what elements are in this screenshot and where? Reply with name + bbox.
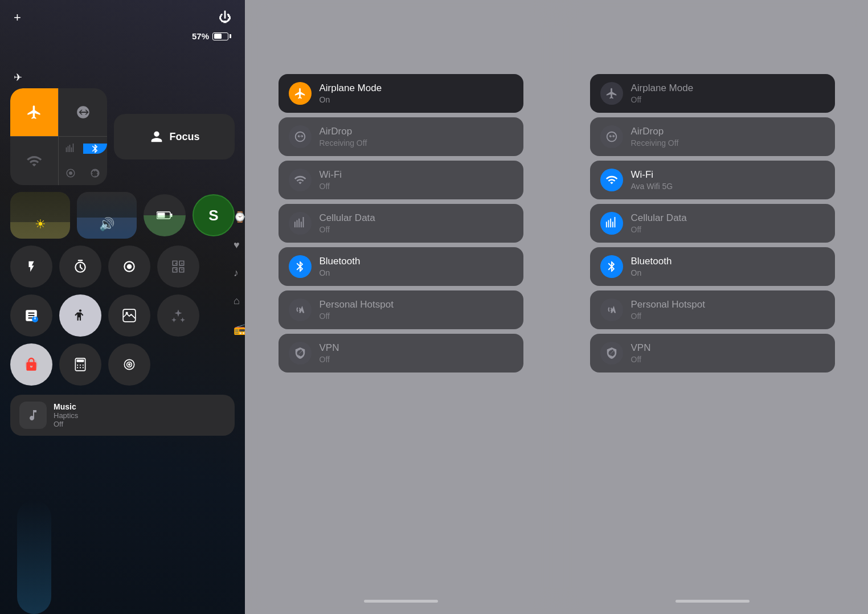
network-item-hotspot[interactable]: Personal Hotspot Off [590,290,835,329]
hotspot-icon-circle [289,298,312,321]
network-item-airplane[interactable]: Airplane Mode On [279,74,523,113]
hotspot-name: Personal Hotspot [631,299,825,310]
wifi-status: Ava Wifi 5G [631,182,825,191]
bluetooth-status: On [631,268,825,277]
home-side-icon[interactable]: ⌂ [234,295,245,307]
timer-icon [73,259,88,274]
control-center-grid: Focus ☀ 🔊 [10,88,235,443]
network-item-vpn[interactable]: VPN Off [590,334,835,373]
network-item-vpn[interactable]: VPN Off [279,334,523,373]
screen-lock-icon [24,357,39,372]
hotspot-status: Off [320,312,513,321]
svg-point-6 [127,264,132,269]
quick-note-button[interactable] [10,294,52,337]
accessibility-icon [73,308,88,323]
music-side-icon[interactable]: ♪ [234,267,245,279]
focus-button[interactable]: Focus [114,114,235,159]
radio-side-icon[interactable]: 📻 [234,323,245,335]
heart-icon[interactable]: ♥ [234,239,245,251]
add-icon[interactable]: + [14,10,21,25]
airplane-icon: ✈ [14,72,22,83]
cellular-icon-circle [600,212,623,235]
battery-fill [214,34,222,39]
sparkle-button[interactable] [157,294,199,337]
photo-widget-icon [122,308,137,323]
cellular-status: Off [320,225,513,234]
row-2: ☀ 🔊 S [10,192,235,239]
svg-point-11 [30,364,32,366]
hotspot-icon-circle [600,298,623,321]
airplane-mode-button[interactable] [10,88,59,137]
flashlight-button[interactable] [10,245,52,288]
vpn-name: VPN [320,342,513,354]
calculator-icon [73,357,88,372]
side-icons: ⌚ ♥ ♪ ⌂ 📻 [234,211,245,335]
antenna-button[interactable] [83,168,108,178]
network-item-cellular[interactable]: Cellular Data Off [590,204,835,243]
power-icon[interactable]: ⏻ [219,10,231,25]
airdrop-button[interactable] [59,88,107,137]
timer-button[interactable] [59,245,101,288]
network-item-airdrop[interactable]: AirDrop Receiving Off [590,117,835,156]
bluetooth-cell [59,137,107,185]
empty-slot [157,343,199,386]
connectivity-block [10,88,107,185]
network-item-wifi[interactable]: Wi-Fi Ava Wifi 5G [590,161,835,199]
bluetooth-text: Bluetooth On [631,256,825,277]
svg-point-19 [83,367,84,368]
network-item-bluetooth[interactable]: Bluetooth On [279,247,523,286]
volume-slider[interactable]: 🔊 [77,192,137,239]
screen-record-button[interactable] [108,245,150,288]
network-item-cellular[interactable]: Cellular Data Off [279,204,523,243]
network-item-hotspot[interactable]: Personal Hotspot Off [279,290,523,329]
bg-glow [17,500,51,614]
hotspot-text: Personal Hotspot Off [320,299,513,321]
battery-level-fill [144,215,186,236]
svg-point-9 [126,312,128,314]
network-item-airdrop[interactable]: AirDrop Receiving Off [279,117,523,156]
middle-connectivity-panel: Airplane Mode On AirDrop Receiving Off W… [245,0,556,614]
cellular-data-button[interactable] [59,144,83,154]
control-center-panel: + ⏻ 57% ✈ [0,0,245,614]
network-item-wifi[interactable]: Wi-Fi Off [279,161,523,199]
svg-point-0 [69,171,72,175]
home-indicator-middle [364,600,438,603]
brightness-slider[interactable]: ☀ [10,192,70,239]
row-5 [10,343,235,386]
screen-mirroring-button[interactable] [108,343,150,386]
airplane-name: Airplane Mode [631,83,825,94]
airdrop-text: AirDrop Receiving Off [320,126,513,148]
wifi-icon [26,153,42,169]
middle-network-menu: Airplane Mode On AirDrop Receiving Off W… [279,74,523,373]
airplane-mode-icon [26,104,42,120]
cellular-name: Cellular Data [631,212,825,224]
bluetooth-button[interactable] [83,144,108,154]
wifi-button[interactable] [10,137,59,185]
svg-point-17 [77,367,78,368]
cellular-icon [65,144,76,154]
wifi-icon-circle [289,169,312,191]
battery-percentage: 57% [192,31,209,41]
watch-icon[interactable]: ⌚ [234,211,245,223]
network-item-airplane[interactable]: Airplane Mode Off [590,74,835,113]
accessibility-button[interactable] [59,294,101,337]
focus-mode-small[interactable] [59,168,83,178]
screen-lock-button[interactable] [10,343,52,386]
quick-note-icon [24,308,39,323]
cellular-name: Cellular Data [320,212,513,224]
cellular-icon-circle [289,212,312,235]
visual-lookup-button[interactable] [157,245,199,288]
shazam-button[interactable]: S [193,194,235,236]
music-haptics-widget[interactable]: Music Haptics Off [10,395,235,436]
network-item-bluetooth[interactable]: Bluetooth On [590,247,835,286]
calculator-button[interactable] [59,343,101,386]
airplane-icon-circle [289,82,312,105]
bluetooth-text: Bluetooth On [320,256,513,277]
focus-icon [65,168,76,178]
airplane-name: Airplane Mode [320,83,513,94]
screen-record-icon [122,259,137,274]
control-center-header: + ⏻ [0,0,245,31]
battery-widget-button[interactable] [144,194,186,236]
right-network-menu: Airplane Mode Off AirDrop Receiving Off … [590,74,835,373]
photo-widget-button[interactable] [108,294,150,337]
